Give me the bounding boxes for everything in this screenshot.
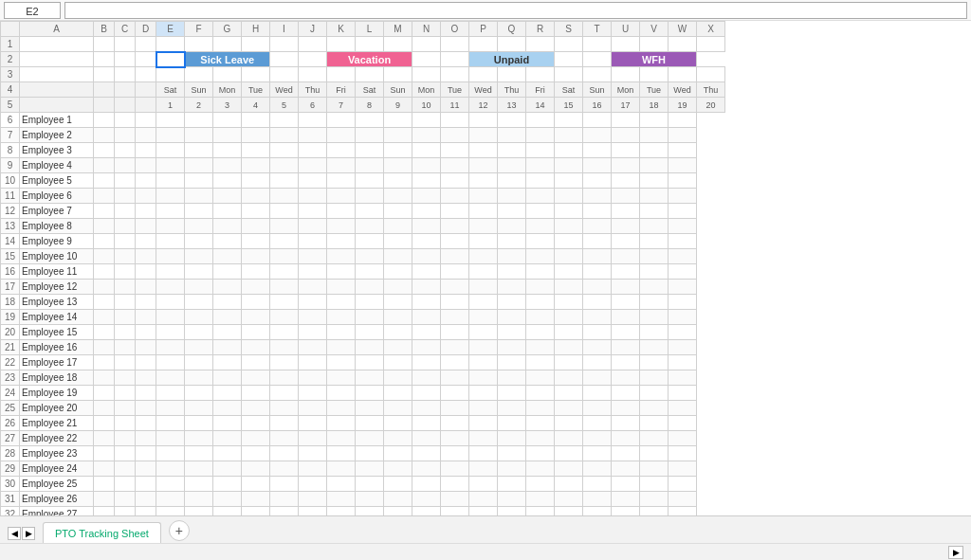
cell-U1[interactable] <box>612 37 640 52</box>
employee-15-name[interactable]: Employee 15 <box>20 325 94 340</box>
employee-13-name[interactable]: Employee 13 <box>20 295 94 310</box>
cell-R3[interactable] <box>526 67 555 82</box>
cell-I2[interactable] <box>270 52 299 67</box>
col-A-header[interactable]: A <box>20 22 94 37</box>
col-P-header[interactable]: P <box>469 22 498 37</box>
cell-B1[interactable] <box>94 37 115 52</box>
col-H-header[interactable]: H <box>242 22 270 37</box>
sick-leave-label[interactable]: Sick Leave <box>185 52 270 67</box>
cell-E2-active[interactable] <box>156 52 185 67</box>
employee-20-name[interactable]: Employee 20 <box>20 401 94 416</box>
cell-X1[interactable] <box>697 37 725 52</box>
col-T-header[interactable]: T <box>583 22 612 37</box>
cell-C1[interactable] <box>115 37 136 52</box>
cell-P1[interactable] <box>469 37 498 52</box>
cell-F3[interactable] <box>185 67 213 82</box>
col-J-header[interactable]: J <box>299 22 327 37</box>
col-R-header[interactable]: R <box>526 22 555 37</box>
cell-W1[interactable] <box>669 37 697 52</box>
cell-T1[interactable] <box>583 37 612 52</box>
cell-S1[interactable] <box>555 37 583 52</box>
col-M-header[interactable]: M <box>384 22 412 37</box>
cell-C2[interactable] <box>115 52 136 67</box>
col-N-header[interactable]: N <box>412 22 441 37</box>
employee-9-name[interactable]: Employee 9 <box>20 234 94 249</box>
cell-H1[interactable] <box>242 37 270 52</box>
employee-11-name[interactable]: Employee 11 <box>20 264 94 280</box>
cell-B2[interactable] <box>94 52 115 67</box>
employee-6-name[interactable]: Employee 6 <box>20 189 94 204</box>
cell-J1[interactable] <box>299 37 327 52</box>
cell-A1[interactable] <box>20 37 94 52</box>
col-V-header[interactable]: V <box>640 22 669 37</box>
cell-S3[interactable] <box>555 67 583 82</box>
col-D-header[interactable]: D <box>136 22 156 37</box>
col-B-header[interactable]: B <box>94 22 115 37</box>
sheet-tab-pto[interactable]: PTO Tracking Sheet <box>43 522 161 543</box>
cell-N1[interactable] <box>412 37 441 52</box>
cell-B3[interactable] <box>94 67 115 82</box>
cell-O1[interactable] <box>441 37 469 52</box>
employee-19-name[interactable]: Employee 19 <box>20 386 94 401</box>
cell-E1[interactable] <box>156 37 185 52</box>
cell-K1[interactable] <box>327 37 356 52</box>
wfh-label[interactable]: WFH <box>612 52 697 67</box>
cell-D1[interactable] <box>136 37 156 52</box>
cell-R1[interactable] <box>526 37 555 52</box>
cell-N3[interactable] <box>412 67 441 82</box>
col-C-header[interactable]: C <box>115 22 136 37</box>
cell-P3[interactable] <box>469 67 498 82</box>
col-I-header[interactable]: I <box>270 22 299 37</box>
employee-10-name[interactable]: Employee 10 <box>20 249 94 264</box>
cell-K3[interactable] <box>327 67 356 82</box>
cell-L3[interactable] <box>356 67 384 82</box>
employee-2-name[interactable]: Employee 2 <box>20 128 94 143</box>
vacation-label[interactable]: Vacation <box>327 52 412 67</box>
formula-input[interactable] <box>64 2 967 19</box>
cell-T3[interactable] <box>583 67 612 82</box>
scroll-right-button[interactable]: ▶ <box>948 546 963 559</box>
cell-L1[interactable] <box>356 37 384 52</box>
cell-T2[interactable] <box>583 52 612 67</box>
employee-16-name[interactable]: Employee 16 <box>20 340 94 355</box>
cell-O3[interactable] <box>441 67 469 82</box>
cell-J2[interactable] <box>299 52 327 67</box>
unpaid-label[interactable]: Unpaid <box>469 52 555 67</box>
col-Q-header[interactable]: Q <box>498 22 526 37</box>
col-W-header[interactable]: W <box>669 22 697 37</box>
cell-E3[interactable] <box>156 67 185 82</box>
cell-W3[interactable] <box>669 67 697 82</box>
col-F-header[interactable]: F <box>185 22 213 37</box>
cell-S2[interactable] <box>555 52 583 67</box>
employee-12-name[interactable]: Employee 12 <box>20 280 94 295</box>
col-U-header[interactable]: U <box>612 22 640 37</box>
employee-4-name[interactable]: Employee 4 <box>20 158 94 173</box>
cell-I1[interactable] <box>270 37 299 52</box>
cell-U3[interactable] <box>612 67 640 82</box>
add-sheet-button[interactable]: + <box>169 520 190 541</box>
col-X-header[interactable]: X <box>697 22 725 37</box>
employee-1-name[interactable]: Employee 1 <box>20 113 94 128</box>
col-K-header[interactable]: K <box>327 22 356 37</box>
employee-26-name[interactable]: Employee 26 <box>20 492 94 507</box>
grid-scroll[interactable]: A B C D E F G H I J K L M N O P Q <box>0 21 971 515</box>
employee-25-name[interactable]: Employee 25 <box>20 477 94 492</box>
cell-Q1[interactable] <box>498 37 526 52</box>
cell-I3[interactable] <box>270 67 299 82</box>
employee-7-name[interactable]: Employee 7 <box>20 204 94 219</box>
cell-H3[interactable] <box>242 67 270 82</box>
cell-A2[interactable] <box>20 52 94 67</box>
employee-27-name[interactable]: Employee 27 <box>20 507 94 516</box>
cell-A3[interactable] <box>20 67 94 82</box>
col-O-header[interactable]: O <box>441 22 469 37</box>
cell-D2[interactable] <box>136 52 156 67</box>
employee-8-name[interactable]: Employee 8 <box>20 219 94 234</box>
col-L-header[interactable]: L <box>356 22 384 37</box>
next-sheet-arrow[interactable]: ▶ <box>22 527 35 540</box>
cell-Q3[interactable] <box>498 67 526 82</box>
cell-J3[interactable] <box>299 67 327 82</box>
cell-O2[interactable] <box>441 52 469 67</box>
cell-G3[interactable] <box>213 67 242 82</box>
cell-M3[interactable] <box>384 67 412 82</box>
cell-C3[interactable] <box>115 67 136 82</box>
